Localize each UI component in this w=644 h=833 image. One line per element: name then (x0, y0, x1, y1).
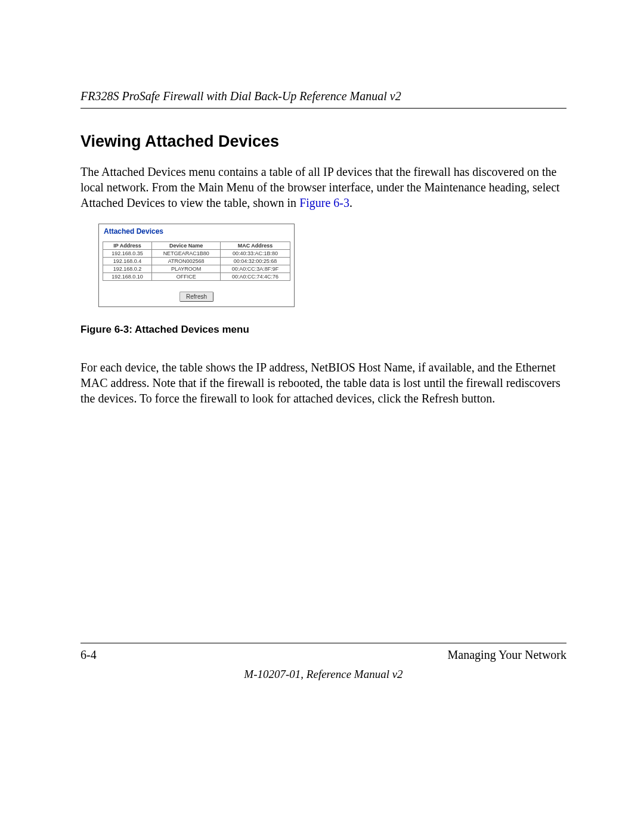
table-row: 192.168.0.4 ATRON002568 00:04:32:00:25:6… (103, 258, 290, 265)
para1-text-b: . (349, 196, 352, 209)
cell-mac: 00:04:32:00:25:68 (221, 258, 290, 265)
cell-ip: 192.168.0.10 (103, 273, 152, 281)
col-ip: IP Address (103, 242, 152, 250)
page-footer: 6-4 Managing Your Network M-10207-01, Re… (80, 643, 566, 681)
cell-mac: 00:40:33:AC:1B:80 (221, 250, 290, 258)
figure-link[interactable]: Figure 6-3 (299, 196, 349, 209)
intro-paragraph: The Attached Devices menu contains a tab… (80, 164, 566, 210)
cell-mac: 00:A0:CC:74:4C:76 (221, 273, 290, 281)
cell-name: OFFICE (152, 273, 221, 281)
cell-name: NETGEARAC1B80 (152, 250, 221, 258)
page-number: 6-4 (80, 648, 97, 662)
manual-page: FR328S ProSafe Firewall with Dial Back-U… (0, 0, 644, 833)
table-row: 192.168.0.35 NETGEARAC1B80 00:40:33:AC:1… (103, 250, 290, 258)
page-header: FR328S ProSafe Firewall with Dial Back-U… (80, 89, 566, 109)
cell-ip: 192.168.0.35 (103, 250, 152, 258)
table-row: 192.168.0.2 PLAYROOM 00:A0:CC:3A:8F:9F (103, 265, 290, 273)
panel-title: Attached Devices (103, 225, 290, 239)
header-title: FR328S ProSafe Firewall with Dial Back-U… (80, 89, 401, 103)
cell-name: ATRON002568 (152, 258, 221, 265)
refresh-button[interactable]: Refresh (179, 292, 213, 302)
col-name: Device Name (152, 242, 221, 250)
cell-ip: 192.168.0.2 (103, 265, 152, 273)
cell-name: PLAYROOM (152, 265, 221, 273)
chapter-title: Managing Your Network (448, 648, 566, 662)
doc-id: M-10207-01, Reference Manual v2 (80, 668, 566, 681)
section-heading: Viewing Attached Devices (80, 132, 566, 151)
attached-devices-panel: Attached Devices IP Address Device Name … (98, 224, 295, 307)
explain-paragraph: For each device, the table shows the IP … (80, 360, 566, 406)
cell-mac: 00:A0:CC:3A:8F:9F (221, 265, 290, 273)
cell-ip: 192.168.0.4 (103, 258, 152, 265)
devices-table: IP Address Device Name MAC Address 192.1… (103, 241, 290, 281)
col-mac: MAC Address (221, 242, 290, 250)
table-row: 192.168.0.10 OFFICE 00:A0:CC:74:4C:76 (103, 273, 290, 281)
figure-caption: Figure 6-3: Attached Devices menu (80, 324, 566, 336)
